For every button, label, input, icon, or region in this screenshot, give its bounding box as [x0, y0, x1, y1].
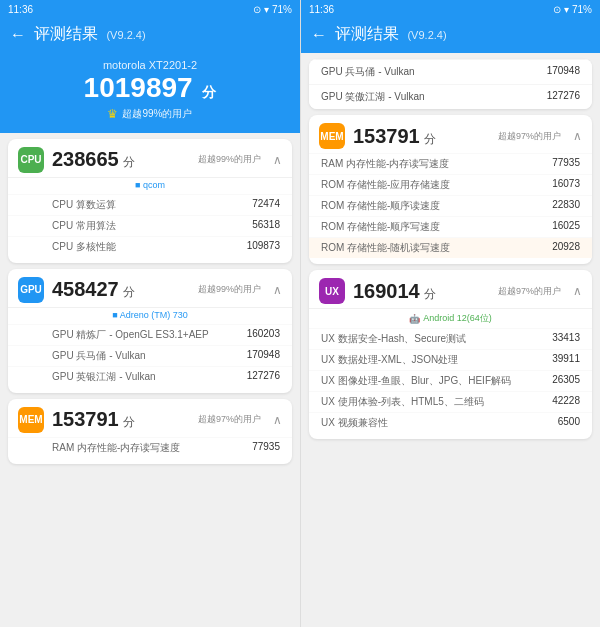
header-left: ← 评测结果 (V9.2.4)	[0, 18, 300, 53]
mem-sub-items-left: RAM 内存性能-内存读写速度 77935	[8, 437, 292, 464]
cpu-brand: ■ qcom	[8, 177, 292, 194]
hero-badge: ♛ 超越99%的用户	[10, 107, 290, 121]
status-bar-right: 11:36 ⊙ ▾ 71%	[301, 0, 600, 18]
list-item: GPU 兵马俑 - Vulkan 170948	[8, 345, 292, 366]
gpu-score: 458427 分	[52, 278, 135, 301]
battery-right: 71%	[572, 4, 592, 15]
mem-chevron-icon-right[interactable]: ∧	[573, 129, 582, 143]
list-item: CPU 算数运算 72474	[8, 194, 292, 215]
cpu-score: 238665 分	[52, 148, 135, 171]
status-icons-right: ⊙ ▾ 71%	[553, 4, 592, 15]
ux-sub-items: UX 数据安全-Hash、Secure测试 33413 UX 数据处理-XML、…	[309, 328, 592, 439]
list-item: GPU 精炼厂 - OpenGL ES3.1+AEP 160203	[8, 324, 292, 345]
cpu-header: CPU 238665 分 超越99%的用户 ∧	[8, 139, 292, 177]
mem-header-right: MEM 153791 分 超越97%的用户 ∧	[309, 115, 592, 153]
mem-card-left: MEM 153791 分 超越97%的用户 ∧ RAM 内存性能-内存读写速度 …	[8, 399, 292, 464]
list-item: RAM 内存性能-内存读写速度 77935	[8, 437, 292, 458]
gpu-icon: GPU	[18, 277, 44, 303]
mem-icon: MEM	[18, 407, 44, 433]
list-item-rom-random: ROM 存储性能-随机读写速度 20928	[309, 237, 592, 258]
gpu-card: GPU 458427 分 超越99%的用户 ∧ ■ Adreno (TM) 73…	[8, 269, 292, 393]
total-score: 1019897 分	[10, 73, 290, 104]
device-name: motorola XT2201-2	[10, 59, 290, 71]
sim-icon-right: ⊙	[553, 4, 561, 15]
hero-section: motorola XT2201-2 1019897 分 ♛ 超越99%的用户	[0, 53, 300, 133]
back-button-left[interactable]: ←	[10, 26, 26, 44]
list-item: UX 使用体验-列表、HTML5、二维码 42228	[309, 391, 592, 412]
cpu-sub-items: CPU 算数运算 72474 CPU 常用算法 56318 CPU 多核性能 1…	[8, 194, 292, 263]
left-panel: 11:36 ⊙ ▾ 71% ← 评测结果 (V9.2.4) motorola X…	[0, 0, 300, 627]
list-item: RAM 内存性能-内存读写速度 77935	[309, 153, 592, 174]
gpu-sub-items: GPU 精炼厂 - OpenGL ES3.1+AEP 160203 GPU 兵马…	[8, 324, 292, 393]
right-content: GPU 兵马俑 - Vulkan 170948 GPU 笑傲江湖 - Vulka…	[301, 53, 600, 627]
list-item: GPU 兵马俑 - Vulkan 170948	[309, 59, 592, 84]
gpu-header: GPU 458427 分 超越99%的用户 ∧	[8, 269, 292, 307]
list-item: GPU 笑傲江湖 - Vulkan 127276	[309, 84, 592, 109]
gpu-rows-card: GPU 兵马俑 - Vulkan 170948 GPU 笑傲江湖 - Vulka…	[309, 59, 592, 109]
list-item: ROM 存储性能-顺序写速度 16025	[309, 216, 592, 237]
gpu-brand: ■ Adreno (TM) 730	[8, 307, 292, 324]
time-right: 11:36	[309, 4, 334, 15]
list-item: UX 数据处理-XML、JSON处理 39911	[309, 349, 592, 370]
sim-icon: ⊙	[253, 4, 261, 15]
list-item: UX 视频兼容性 6500	[309, 412, 592, 433]
cpu-card: CPU 238665 分 超越99%的用户 ∧ ■ qcom CPU 算数运算 …	[8, 139, 292, 263]
status-bar-left: 11:36 ⊙ ▾ 71%	[0, 0, 300, 18]
header-title-right: 评测结果 (V9.2.4)	[335, 24, 447, 45]
left-content: CPU 238665 分 超越99%的用户 ∧ ■ qcom CPU 算数运算 …	[0, 133, 300, 627]
list-item: CPU 常用算法 56318	[8, 215, 292, 236]
gpu-chevron-icon[interactable]: ∧	[273, 283, 282, 297]
header-right: ← 评测结果 (V9.2.4)	[301, 18, 600, 53]
mem-sub-items-right: RAM 内存性能-内存读写速度 77935 ROM 存储性能-应用存储速度 16…	[309, 153, 592, 264]
mem-card-right: MEM 153791 分 超越97%的用户 ∧ RAM 内存性能-内存读写速度 …	[309, 115, 592, 264]
back-button-right[interactable]: ←	[311, 26, 327, 44]
mem-icon-right: MEM	[319, 123, 345, 149]
list-item: UX 图像处理-鱼眼、Blur、JPG、HEIF解码 26305	[309, 370, 592, 391]
cpu-chevron-icon[interactable]: ∧	[273, 153, 282, 167]
ux-chevron-icon[interactable]: ∧	[573, 284, 582, 298]
status-icons-left: ⊙ ▾ 71%	[253, 4, 292, 15]
ux-score: 169014 分	[353, 280, 436, 303]
crown-icon: ♛	[107, 107, 118, 121]
ux-card: UX 169014 分 超越97%的用户 ∧ 🤖 Android 12(64位)…	[309, 270, 592, 439]
list-item: CPU 多核性能 109873	[8, 236, 292, 257]
list-item: ROM 存储性能-顺序读速度 22830	[309, 195, 592, 216]
mem-chevron-icon-left[interactable]: ∧	[273, 413, 282, 427]
ux-header: UX 169014 分 超越97%的用户 ∧	[309, 270, 592, 308]
list-item: ROM 存储性能-应用存储速度 16073	[309, 174, 592, 195]
mem-score-left: 153791 分	[52, 408, 135, 431]
mem-header-left: MEM 153791 分 超越97%的用户 ∧	[8, 399, 292, 437]
time-left: 11:36	[8, 4, 33, 15]
list-item: UX 数据安全-Hash、Secure测试 33413	[309, 328, 592, 349]
android-icon: 🤖	[409, 314, 420, 324]
mem-score-right: 153791 分	[353, 125, 436, 148]
ux-icon: UX	[319, 278, 345, 304]
battery-left: 71%	[272, 4, 292, 15]
wifi-icon-right: ▾	[564, 4, 569, 15]
header-title-left: 评测结果 (V9.2.4)	[34, 24, 146, 45]
list-item: GPU 英银江湖 - Vulkan 127276	[8, 366, 292, 387]
cpu-icon: CPU	[18, 147, 44, 173]
android-badge: 🤖 Android 12(64位)	[309, 308, 592, 328]
wifi-icon: ▾	[264, 4, 269, 15]
right-panel: 11:36 ⊙ ▾ 71% ← 评测结果 (V9.2.4) GPU 兵马俑 - …	[300, 0, 600, 627]
